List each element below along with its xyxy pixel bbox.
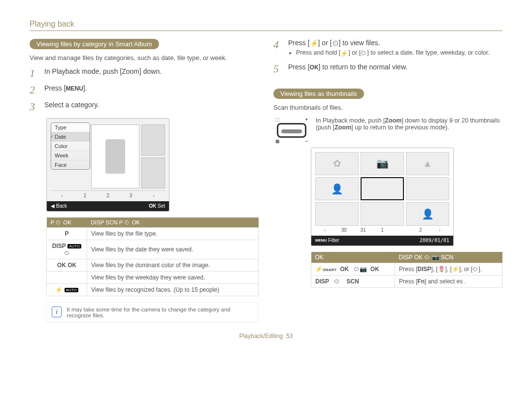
thumb-cell: ✿	[315, 152, 359, 175]
timer-icon: ⏲	[332, 39, 339, 47]
flash-icon: ⚡	[340, 50, 348, 57]
pager-left-arrow-icon: ‹	[51, 193, 73, 198]
menu-token: MENU	[66, 85, 83, 92]
thumb-footer: MENU Filter 2009/01/01	[311, 236, 453, 246]
zoom-row: ⬚+ ▦− In Playback mode, push [Zoom] down…	[273, 117, 502, 144]
desc-face: View files by recognized faces. (Up to 1…	[87, 283, 259, 296]
table-row: DISP ⏲ SCN Press [Fn] and select es .	[311, 275, 502, 287]
thumbnail-grid: ✿ 📷 ▲ 👤 👤	[315, 152, 449, 226]
thumb-strip	[91, 124, 165, 188]
tt-desc-1: Press [DISP], [🌷], [⚡], or [⏲].	[395, 263, 502, 275]
thumb-cell-selected	[361, 177, 404, 200]
tt1-post: ].	[478, 266, 482, 273]
zt-e: ] up to return to the previous mode).	[351, 124, 449, 131]
tt1-m3: ], or [	[459, 266, 472, 273]
footer-set: Set	[158, 203, 165, 209]
cat-face: Face	[51, 160, 90, 169]
note-text: It may take some time for the camera to …	[66, 307, 253, 318]
footer-back: Back	[56, 203, 67, 209]
thumb-cell: 📷	[361, 152, 404, 175]
tt1-m1: ], [	[431, 266, 437, 273]
zt-a: In Playback mode, push [	[316, 117, 385, 124]
pager-1: 1	[73, 193, 96, 198]
pill-smart-album: Viewing files by category in Smart Album	[30, 39, 159, 49]
pager-right-arrow-icon: ›	[142, 193, 165, 198]
big-thumb	[91, 124, 139, 188]
tfooter-filter: Filter	[328, 238, 339, 243]
zoom-grid-icon: ▦	[275, 139, 280, 144]
tfooter-menu-token: MENU	[315, 238, 327, 243]
cat-week: Week	[51, 151, 90, 160]
s4-post: ] to view files.	[339, 39, 380, 47]
zoom-one-icon: ⬚	[275, 117, 280, 122]
intro-thumbnails: Scan thumbnails of files.	[273, 104, 502, 111]
ok-token: OK	[310, 64, 319, 71]
category-footer: ◀ Back OK Set	[47, 201, 169, 211]
step-2-post: ].	[83, 84, 87, 92]
auto-badge-icon: AUTO	[67, 244, 81, 248]
intro-smart-album: View and manage files by categories, suc…	[30, 54, 259, 62]
tt1-m2: ], [	[445, 266, 452, 273]
tpager-30: 30	[334, 227, 354, 233]
chapter-heading: Playing back	[30, 20, 502, 31]
tpager-1: 1	[373, 227, 392, 233]
s5-pre: Press [	[288, 63, 310, 71]
tt1-pre: Press [	[399, 266, 417, 273]
left-column: Viewing files by category in Smart Album…	[30, 39, 259, 323]
timer-icon: ⏲	[64, 249, 70, 256]
step-4-sub: Press and hold [⚡] or [⏲] to select a da…	[296, 49, 502, 57]
thumbnail-table: OK DISP OK ⏲ 📷 SCN ⚡SMART OK ⏲📷 OK Press…	[311, 252, 502, 288]
flash-icon: ⚡	[452, 266, 459, 273]
s5-post: ] to return to the normal view.	[319, 63, 408, 71]
thumb-cell	[361, 202, 404, 225]
thumb-pager: ‹ 30 31 1 2 ›	[315, 226, 449, 235]
thumb-cell: 👤	[315, 177, 359, 200]
zoom-minus-icon: −	[305, 139, 308, 144]
s4s-pre: Press and hold [	[296, 49, 340, 56]
timer-icon: ⏲	[354, 266, 360, 273]
thumb-cell: ▲	[406, 152, 449, 175]
timer-icon: ⏲	[334, 278, 340, 285]
tpager-left-arrow-icon: ‹	[315, 227, 334, 233]
category-table: P ⏲ OK DISP SCN P ⏲ OK P View files by t…	[46, 217, 259, 296]
tt-th-right: DISP OK ⏲ 📷 SCN	[395, 252, 502, 263]
category-pager: ‹ 1 2 3 ›	[51, 190, 165, 200]
auto-badge-icon: AUTO	[65, 288, 78, 292]
zoom-lever-icon: ⬚+ ▦−	[273, 117, 310, 144]
category-menu: Type Date Color Week Face	[51, 123, 90, 170]
table-row: ⚡SMART OK ⏲📷 OK Press [DISP], [🌷], [⚡], …	[311, 263, 502, 275]
tpager-31: 31	[354, 227, 373, 233]
smart-badge: SMART	[323, 268, 336, 272]
cat-th-left: P ⏲ OK	[47, 217, 87, 228]
pager-2: 2	[97, 193, 119, 198]
flash-icon: ⚡	[55, 286, 63, 293]
table-row: View files by the weekday they were save…	[47, 271, 259, 283]
tt-th-left: OK	[311, 252, 395, 263]
step-number-1: 1	[30, 67, 40, 79]
thumbnail-screen-mock: ✿ 📷 ▲ 👤 👤 ‹ 30 31 1 2 › MENU Filter	[311, 148, 454, 246]
footer-section: Playback/Editing	[239, 333, 283, 339]
table-row: ⚡ AUTO View files by recognized faces. (…	[47, 283, 259, 296]
note-icon: i	[52, 307, 62, 317]
step-1: In Playback mode, push [Zoom] down.	[44, 67, 259, 75]
zt-d: Zoom	[334, 124, 351, 131]
timer-icon: ⏲	[361, 50, 367, 57]
tpager-right-arrow-icon: ›	[430, 227, 449, 233]
desc-type: View files by the file type.	[87, 227, 259, 240]
ok-token: OK	[370, 266, 379, 273]
step-number-5: 5	[273, 63, 284, 75]
cat-th-right: DISP SCN P ⏲ OK	[87, 217, 259, 228]
tpager-2: 2	[411, 227, 430, 233]
thumb-cell	[406, 177, 449, 200]
macro-icon: 🌷	[438, 266, 445, 273]
tt-desc-2: Press [Fn] and select es .	[395, 275, 502, 287]
cat-type: Type	[51, 123, 90, 132]
footer-page-number: 53	[286, 333, 293, 339]
glyph-disp: DISP	[52, 243, 66, 249]
step-number-4: 4	[273, 39, 284, 51]
tt2-post: ] and select es .	[425, 278, 466, 285]
step-4: Press [⚡] or [⏲] to view files. Press an…	[288, 39, 502, 58]
desc-date: View files by the date they were saved.	[87, 240, 259, 259]
back-arrow-icon: ◀	[51, 203, 55, 209]
s4-mid: ] or [	[318, 39, 332, 47]
